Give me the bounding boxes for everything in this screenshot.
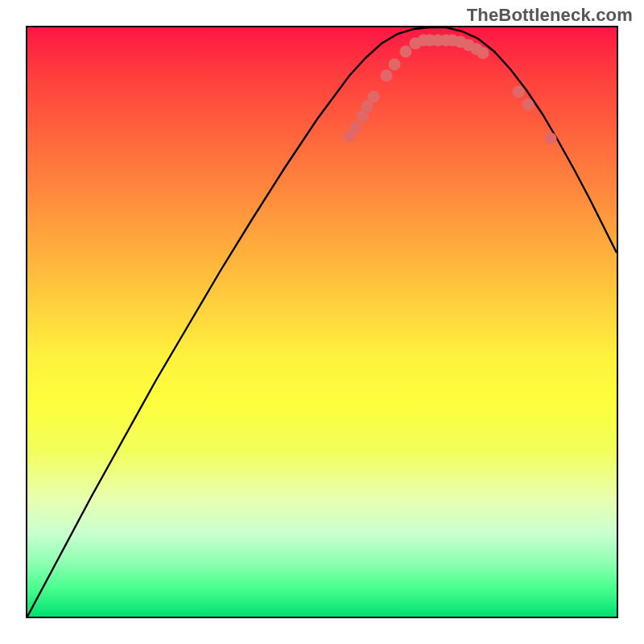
chart-border-top xyxy=(26,26,618,27)
chart-background-gradient xyxy=(27,27,617,617)
chart-border-bottom xyxy=(26,617,618,618)
chart-border-left xyxy=(26,26,27,618)
attribution-label: TheBottleneck.com xyxy=(467,5,633,26)
chart-container: TheBottleneck.com xyxy=(0,0,644,644)
chart-border-right xyxy=(617,26,618,618)
